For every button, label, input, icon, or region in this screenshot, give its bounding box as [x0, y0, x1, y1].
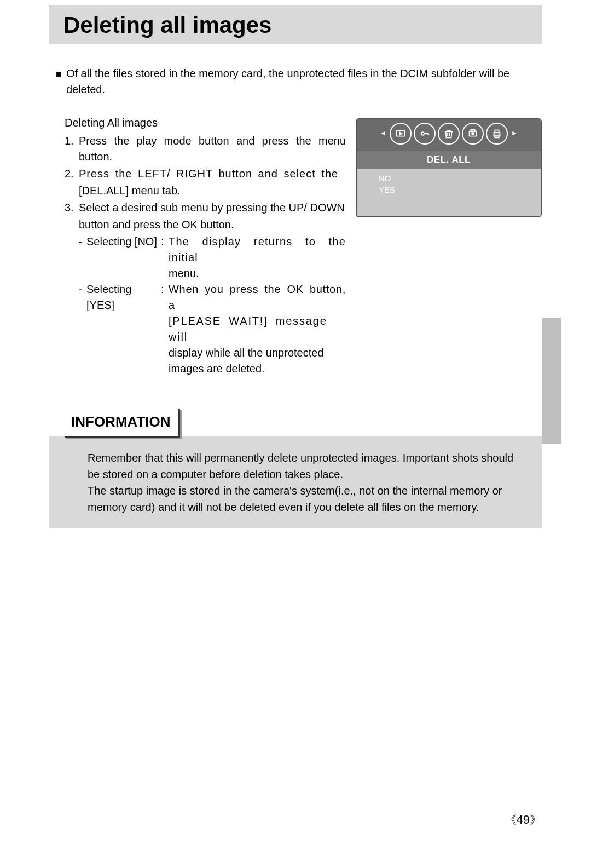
intro-paragraph: ■ Of all the files stored in the memory … — [56, 66, 542, 97]
select-yes-row: - Selecting [YES] : When you press the O… — [79, 281, 346, 313]
info-line-1: Remember that this will permanently dele… — [88, 450, 525, 482]
delete-all-icon — [438, 123, 460, 145]
lcd-icon-strip: ◄ — [357, 119, 541, 151]
page-title-bar: Deleting all images — [49, 5, 542, 44]
print-icon — [486, 123, 508, 145]
select-no-desc: The display returns to the initial — [169, 234, 346, 266]
lcd-option-no: NO — [379, 173, 541, 184]
select-no-row: - Selecting [NO] : The display returns t… — [79, 234, 346, 266]
select-yes-desc-cont2: display while all the unprotected images… — [169, 345, 346, 377]
page-title: Deleting all images — [63, 12, 528, 38]
section-tab — [542, 318, 561, 444]
lcd-menu-header: DEL. ALL — [357, 151, 541, 169]
info-line-2: The startup image is stored in the camer… — [88, 482, 525, 515]
information-box: Remember that this will permanently dele… — [49, 436, 542, 528]
step-3-cont: button and press the OK button. — [65, 217, 346, 233]
svg-rect-6 — [495, 130, 499, 133]
step-text: button and press the OK button. — [79, 217, 346, 233]
page-number: 49 — [505, 812, 542, 828]
lcd-option-yes: YES — [379, 184, 541, 196]
select-no-desc-cont: menu. — [169, 266, 346, 281]
left-arrow-icon: ◄ — [379, 129, 387, 138]
right-arrow-icon: ► — [510, 129, 519, 138]
dpof-icon — [462, 123, 484, 145]
step-3: 3. Select a desired sub menu by pressing… — [65, 200, 346, 216]
select-yes-desc: When you press the OK button, a — [169, 281, 346, 313]
step-text: [DEL.ALL] menu tab. — [79, 183, 346, 199]
step-text: Press the LEFT/ RIGHT button and select … — [79, 166, 346, 182]
slideshow-icon — [390, 123, 412, 145]
step-1: 1. Press the play mode button and press … — [65, 133, 346, 165]
step-2: 2. Press the LEFT/ RIGHT button and sele… — [65, 166, 346, 182]
lcd-illustration: ◄ — [356, 118, 542, 217]
step-number: 1. — [65, 133, 79, 165]
step-2-cont: [DEL.ALL] menu tab. — [65, 183, 346, 199]
step-number: 3. — [65, 200, 79, 216]
procedure-subhead: Deleting All images — [65, 115, 346, 131]
select-yes-label: Selecting [YES] — [86, 281, 161, 313]
select-no-label: Selecting [NO] — [86, 234, 161, 266]
protect-key-icon — [414, 123, 436, 145]
intro-text: Of all the files stored in the memory ca… — [66, 66, 542, 97]
svg-point-4 — [472, 133, 474, 135]
select-yes-desc-cont1: [PLEASE WAIT!] message will — [169, 313, 346, 345]
step-text: Press the play mode button and press the… — [79, 133, 346, 165]
bullet-icon: ■ — [56, 67, 62, 97]
information-heading: INFORMATION — [65, 409, 180, 438]
step-number: 2. — [65, 166, 79, 182]
step-text: Select a desired sub menu by pressing th… — [79, 200, 346, 216]
svg-point-1 — [421, 132, 425, 135]
